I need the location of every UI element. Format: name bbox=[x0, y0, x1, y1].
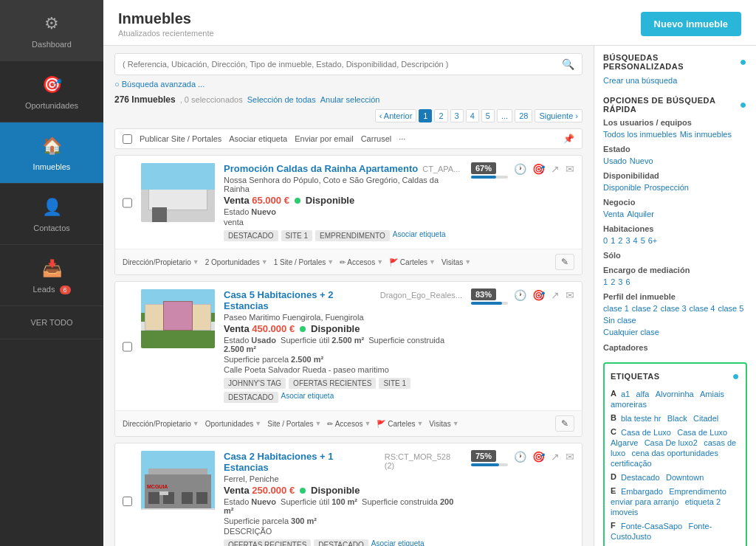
busquedas-dot-icon[interactable]: ● bbox=[740, 55, 747, 69]
new-inmueble-button[interactable]: Nuevo inmueble bbox=[641, 12, 741, 36]
mis-inmuebles-opt[interactable]: Mis inmuebles bbox=[680, 130, 732, 139]
tag-ofertas-2[interactable]: OFERTAS RECIENTES bbox=[289, 378, 376, 389]
tag-cena[interactable]: cena das oportunidades bbox=[632, 449, 718, 457]
venta-opt[interactable]: Venta bbox=[603, 210, 624, 218]
tag-link-2[interactable]: Asociar etiqueta bbox=[281, 392, 334, 403]
property-checkbox-2[interactable] bbox=[123, 291, 132, 403]
tag-casa-luxo[interactable]: Casa de Luxo bbox=[621, 428, 671, 437]
clock-icon-1[interactable]: 🕐 bbox=[514, 163, 526, 175]
tag-certificacao[interactable]: certificação bbox=[611, 459, 652, 468]
hab-6plus[interactable]: 6+ bbox=[648, 236, 658, 245]
tag-amiais[interactable]: Amiais bbox=[700, 390, 724, 398]
deselect-link[interactable]: Anular selección bbox=[320, 95, 380, 104]
perfil-c1[interactable]: clase 1 bbox=[603, 304, 629, 313]
sidebar-item-inmuebles[interactable]: 🏠 Inmuebles bbox=[0, 122, 103, 184]
tag-site1-2[interactable]: SITE 1 bbox=[379, 378, 410, 389]
perfil-c4[interactable]: clase 4 bbox=[690, 304, 715, 313]
publicar-button[interactable]: Publicar Site / Portales bbox=[140, 134, 221, 143]
footer-carteles-2[interactable]: 🚩 Carteles ▼ bbox=[377, 420, 423, 428]
target-icon-3[interactable]: 🎯 bbox=[532, 451, 545, 463]
footer-direccion-2[interactable]: Dirección/Propietario ▼ bbox=[123, 420, 199, 428]
property-checkbox-1[interactable] bbox=[123, 165, 132, 241]
select-all-checkbox[interactable] bbox=[123, 134, 132, 144]
hab-2[interactable]: 2 bbox=[618, 236, 622, 245]
footer-portales-2[interactable]: Site / Portales ▼ bbox=[267, 420, 321, 428]
more-actions-button[interactable]: ··· bbox=[399, 134, 405, 143]
property-title-2[interactable]: Casa 5 Habitaciones + 2 Estancias bbox=[224, 289, 376, 311]
sidebar-item-oportunidades[interactable]: 🎯 Oportunidades bbox=[0, 61, 103, 122]
todos-inmuebles-opt[interactable]: Todos los inmuebles bbox=[603, 130, 677, 139]
alquiler-opt[interactable]: Alquiler bbox=[627, 210, 654, 218]
footer-accesos-1[interactable]: ✏ Accesos ▼ bbox=[340, 258, 383, 266]
page-3[interactable]: 3 bbox=[450, 109, 464, 122]
asociar-etiqueta-button[interactable]: Asociar etiqueta bbox=[229, 134, 287, 143]
footer-portales-1[interactable]: 1 Site / Portales ▼ bbox=[274, 258, 334, 266]
tag-alfa[interactable]: alfa bbox=[636, 390, 650, 398]
footer-carteles-1[interactable]: 🚩 Carteles ▼ bbox=[389, 258, 436, 266]
crear-busqueda-link[interactable]: Crear una búsqueda bbox=[603, 76, 677, 85]
tag-site1-1[interactable]: SITE 1 bbox=[281, 230, 313, 241]
tag-enviar-arranjo[interactable]: enviar para arranjo bbox=[611, 497, 678, 506]
email-icon-3[interactable]: ✉ bbox=[566, 451, 574, 463]
page-2[interactable]: 2 bbox=[434, 109, 447, 122]
cualquier-clase-opt[interactable]: Cualquier clase bbox=[603, 328, 659, 336]
tag-alvorninha[interactable]: Alvorninha bbox=[656, 390, 694, 398]
tag-emprendimento-1[interactable]: EMPRENDIMENTO bbox=[315, 230, 390, 241]
hab-5[interactable]: 5 bbox=[641, 236, 645, 245]
tag-amoreiras[interactable]: amoreiras bbox=[611, 400, 647, 409]
tag-casa-luxo2[interactable]: Casa De luxo2 bbox=[645, 438, 698, 447]
footer-oportunidades-2[interactable]: Oportunidades ▼ bbox=[205, 420, 262, 428]
estado-usado-opt[interactable]: Usado bbox=[603, 156, 627, 165]
disponible-opt[interactable]: Disponible bbox=[603, 183, 641, 192]
hab-3[interactable]: 3 bbox=[625, 236, 630, 245]
tag-embargado[interactable]: Embargado bbox=[621, 487, 663, 496]
share-icon-1[interactable]: ↗ bbox=[551, 163, 560, 175]
tag-fonte-casasapo[interactable]: Fonte-CasaSapo bbox=[621, 522, 682, 531]
pin-icon[interactable]: 📌 bbox=[563, 134, 574, 144]
hab-0[interactable]: 0 bbox=[603, 236, 608, 245]
page-28[interactable]: 28 bbox=[515, 109, 532, 122]
sidebar-item-contactos[interactable]: 👤 Contactos bbox=[0, 184, 103, 245]
property-checkbox-3[interactable] bbox=[123, 452, 132, 546]
tag-black[interactable]: Black bbox=[667, 414, 687, 423]
email-icon-1[interactable]: ✉ bbox=[566, 163, 574, 175]
edit-button-2[interactable]: ✎ bbox=[555, 415, 574, 432]
enc-6[interactable]: 6 bbox=[625, 277, 630, 286]
tag-link-1[interactable]: Asociar etiqueta bbox=[393, 230, 446, 241]
tag-destacado-2[interactable]: DESTACADO bbox=[224, 392, 278, 403]
sidebar-item-ver-todo[interactable]: VER TODO bbox=[0, 306, 103, 339]
prospeccion-opt[interactable]: Prospección bbox=[644, 183, 689, 192]
tag-downtown[interactable]: Downtown bbox=[666, 473, 704, 482]
carrusel-button[interactable]: Carrusel bbox=[361, 134, 392, 143]
edit-button-1[interactable]: ✎ bbox=[555, 254, 574, 270]
page-5[interactable]: 5 bbox=[481, 109, 495, 122]
tag-destacado-3[interactable]: DESTACADO bbox=[314, 539, 368, 546]
perfil-sin-clase[interactable]: Sin clase bbox=[603, 316, 636, 325]
footer-direccion-1[interactable]: Dirección/Propietario ▼ bbox=[123, 258, 199, 266]
property-title-1[interactable]: Promoción Caldas da Rainha Apartamento bbox=[224, 163, 418, 174]
perfil-c3[interactable]: clase 3 bbox=[661, 304, 687, 313]
sidebar-item-dashboard[interactable]: ⚙ Dashboard bbox=[0, 0, 103, 61]
page-1[interactable]: 1 bbox=[419, 109, 432, 122]
share-icon-3[interactable]: ↗ bbox=[551, 451, 560, 463]
perfil-c2[interactable]: clase 2 bbox=[632, 304, 658, 313]
tag-citadel[interactable]: Citadel bbox=[693, 414, 718, 423]
tag-destacado-d[interactable]: Destacado bbox=[621, 473, 660, 482]
opciones-dot-icon[interactable]: ● bbox=[740, 98, 747, 111]
enviar-email-button[interactable]: Enviar por email bbox=[295, 134, 353, 143]
perfil-c5[interactable]: clase 5 bbox=[718, 304, 743, 313]
share-icon-2[interactable]: ↗ bbox=[551, 289, 560, 301]
tag-a1[interactable]: a1 bbox=[621, 390, 630, 398]
property-title-3[interactable]: Casa 2 Habitaciones + 1 Estancias bbox=[224, 451, 380, 473]
clock-icon-2[interactable]: 🕐 bbox=[514, 289, 526, 301]
etiquetas-dot-icon[interactable]: ● bbox=[732, 370, 740, 383]
tag-destacado-1[interactable]: DESTACADO bbox=[224, 230, 278, 241]
advanced-search-link[interactable]: Búsqueda avanzada ... bbox=[122, 80, 205, 89]
tag-bla[interactable]: bla teste hr bbox=[621, 414, 661, 423]
hab-4[interactable]: 4 bbox=[633, 236, 638, 245]
enc-1[interactable]: 1 bbox=[603, 277, 608, 286]
sidebar-item-leads[interactable]: 📥 Leads 6 bbox=[0, 245, 103, 306]
enc-2[interactable]: 2 bbox=[611, 277, 615, 286]
page-4[interactable]: 4 bbox=[466, 109, 479, 122]
next-page[interactable]: Siguiente › bbox=[535, 109, 583, 122]
